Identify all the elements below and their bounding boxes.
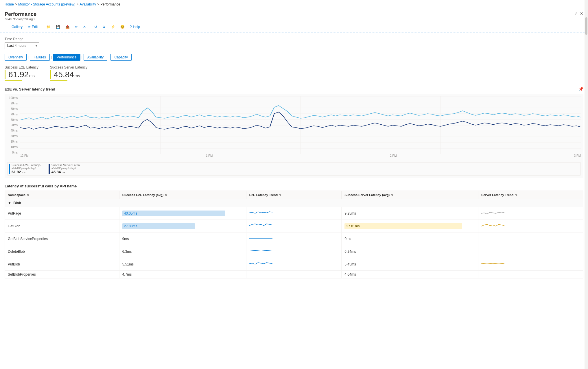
breadcrumb-availability[interactable]: Availability <box>80 2 96 6</box>
delete-button[interactable]: ✕ <box>81 24 88 30</box>
cell-server: 9ms <box>342 233 478 245</box>
col-e2e-trend: E2E Latency Trend ⇅ <box>246 191 342 199</box>
legend-server-unit: ms <box>62 171 65 174</box>
data-table: Namespace ⇅ Success E2E Latency (avg) ⇅ … <box>5 191 583 278</box>
sort-server-trend-icon[interactable]: ⇅ <box>515 194 517 197</box>
share-icon: 📤 <box>65 25 70 29</box>
metric-server-unit: ms <box>75 73 80 78</box>
scrollbar[interactable] <box>585 0 588 369</box>
breadcrumb-monitor[interactable]: Monitor - Storage Accounts (preview) <box>18 2 75 6</box>
table-header: Namespace ⇅ Success E2E Latency (avg) ⇅ … <box>5 191 583 199</box>
chart-title: E2E vs. Server latency trend <box>5 87 55 91</box>
tab-capacity[interactable]: Capacity <box>110 54 132 61</box>
cell-e2e-trend-putpage <box>246 207 342 220</box>
gallery-button[interactable]: ← Gallery <box>5 24 25 30</box>
page-subtitle: a64sl7f5piosp2dilag0 <box>5 17 36 21</box>
y-label-20: 20ms <box>7 140 19 143</box>
x-label-12pm: 12 PM <box>20 154 29 157</box>
sort-e2e-icon[interactable]: ⇅ <box>165 194 167 197</box>
group-label: Blob <box>13 201 21 205</box>
tab-overview[interactable]: Overview <box>5 54 27 61</box>
chart-area: 100ms 90ms 80ms 70ms 60ms 50ms 40ms 30ms… <box>7 96 581 160</box>
trend-svg-e2e-getblob <box>249 222 272 230</box>
table-row: GetBlobServiceProperties 9ms 9ms <box>5 233 583 245</box>
col-namespace: Namespace ⇅ <box>5 191 119 199</box>
metrics-row: Success E2E Latency 61.92 ms Success Ser… <box>5 65 583 81</box>
col-e2e-avg: Success E2E Latency (avg) ⇅ <box>119 191 246 199</box>
pencil-icon: ✏ <box>75 25 78 29</box>
toolbar: ← Gallery ✏ Edit 📁 💾 📤 ✏ ✕ ↺ ⚙ ⚡ 😊 ? Hel… <box>0 22 588 32</box>
x-axis: 12 PM 1 PM 2 PM 3 PM <box>20 154 581 160</box>
toolbar-separator-1 <box>42 24 42 30</box>
edit-button[interactable]: ✏ Edit <box>25 24 40 30</box>
refresh-button[interactable]: ↺ <box>92 24 99 30</box>
sort-namespace-icon[interactable]: ⇅ <box>27 194 29 197</box>
chart-container: 100ms 90ms 80ms 70ms 60ms 50ms 40ms 30ms… <box>5 94 583 178</box>
y-label-60: 60ms <box>7 118 19 121</box>
legend-server-name: Success Server Laten... <box>51 164 82 167</box>
tab-availability[interactable]: Availability <box>84 54 107 61</box>
x-label-1pm: 1 PM <box>206 154 213 157</box>
breadcrumb: Home > Monitor - Storage Accounts (previ… <box>0 0 588 9</box>
y-label-80: 80ms <box>7 107 19 110</box>
col-server-trend: Server Latency Trend ⇅ <box>478 191 583 199</box>
metric-e2e-latency: Success E2E Latency 61.92 ms <box>5 65 38 81</box>
header-row: Namespace ⇅ Success E2E Latency (avg) ⇅ … <box>5 191 583 199</box>
tab-failures[interactable]: Failures <box>30 54 50 61</box>
table-row: GetBlob 27.88ms 27.81ms <box>5 220 583 233</box>
tab-performance[interactable]: Performance <box>53 54 80 61</box>
cell-e2e: 9ms <box>119 233 246 245</box>
folder-button[interactable]: 📁 <box>44 24 53 30</box>
legend-e2e: Success E2E Latency -... a64sl7f5piosp2d… <box>9 164 44 174</box>
chart-pin-button[interactable]: 📌 <box>578 87 583 91</box>
settings-icon: ⚙ <box>102 25 106 29</box>
emoji-icon: 😊 <box>120 25 125 29</box>
breadcrumb-home[interactable]: Home <box>5 2 14 6</box>
time-range-select[interactable]: Last 4 hours Last 1 hour Last 12 hours L… <box>5 42 39 49</box>
gallery-label: Gallery <box>12 25 23 29</box>
chart-section: E2E vs. Server latency trend 📌 100ms 90m… <box>5 87 583 178</box>
help-button[interactable]: ? Help <box>128 24 142 30</box>
share-button[interactable]: 📤 <box>63 24 72 30</box>
cell-e2e: 5.51ms <box>119 258 246 271</box>
cell-e2e-trend <box>246 258 342 271</box>
legend-server-color <box>49 164 50 174</box>
expand-button[interactable]: ⤢ <box>574 11 578 16</box>
cell-server-getblob: 27.81ms <box>342 220 478 233</box>
edit-icon: ✏ <box>28 25 31 29</box>
legend-e2e-sub: a64sl7f5piosp2dilag0 <box>12 167 44 170</box>
cell-server-trend <box>478 258 583 271</box>
save-icon: 💾 <box>56 25 60 29</box>
help-icon: ? <box>130 25 132 29</box>
chart-plot <box>20 96 581 154</box>
legend-e2e-unit: ms <box>22 171 25 174</box>
close-button[interactable]: ✕ <box>580 11 583 16</box>
y-label-40: 40ms <box>7 129 19 132</box>
metric-server-bar <box>50 70 51 79</box>
cell-namespace: SetBlobProperties <box>5 271 119 278</box>
scrollbar-thumb[interactable] <box>585 17 587 35</box>
x-label-2pm: 2 PM <box>390 154 397 157</box>
table-row: PutPage 40.05ms 9.25ms <box>5 207 583 220</box>
gallery-icon: ← <box>7 25 10 29</box>
settings-button[interactable]: ⚙ <box>100 24 108 30</box>
bar-e2e-getblob: 27.88ms <box>122 223 195 229</box>
pencil-button[interactable]: ✏ <box>73 24 80 30</box>
group-blob: ▼ Blob <box>5 199 583 207</box>
time-range-section: Time Range Last 4 hours Last 1 hour Last… <box>5 37 583 49</box>
edit-label: Edit <box>32 25 38 29</box>
y-label-90: 90ms <box>7 102 19 105</box>
sort-e2e-trend-icon[interactable]: ⇅ <box>279 194 281 197</box>
cell-server-trend <box>478 233 583 245</box>
toolbar-separator-2 <box>90 24 90 30</box>
bar-server-getblob: 27.81ms <box>344 223 462 229</box>
save-button[interactable]: 💾 <box>54 24 62 30</box>
emoji-button[interactable]: 😊 <box>118 24 127 30</box>
flash-button[interactable]: ⚡ <box>108 24 117 30</box>
page-title: Performance <box>5 11 36 17</box>
cell-server: 6.24ms <box>342 245 478 258</box>
table-row: PutBlob 5.51ms 5.45ms <box>5 258 583 271</box>
cell-server-trend <box>478 245 583 258</box>
metric-e2e-bar <box>5 70 5 79</box>
sort-server-icon[interactable]: ⇅ <box>391 194 393 197</box>
